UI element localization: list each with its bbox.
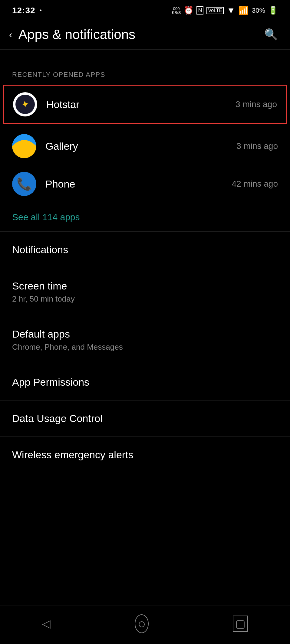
app-item-gallery[interactable]: Gallery 3 mins ago	[0, 127, 290, 165]
screen-time-subtitle: 2 hr, 50 min today	[12, 294, 278, 304]
app-name-phone: Phone	[45, 178, 75, 190]
app-name-gallery: Gallery	[45, 140, 78, 152]
hotstar-icon: ✦	[13, 92, 37, 116]
nfc-icon: N	[196, 6, 203, 15]
app-name-hotstar: Hotstar	[46, 99, 80, 110]
menu-item-screen-time[interactable]: Screen time 2 hr, 50 min today	[0, 268, 290, 316]
see-all-apps-link[interactable]: See all 114 apps	[0, 203, 290, 231]
wifi-icon: ▼	[227, 6, 235, 15]
battery-icon: 🔋	[268, 6, 278, 15]
app-item-phone[interactable]: 📞 Phone 42 mins ago	[0, 165, 290, 203]
menu-item-wireless-alerts[interactable]: Wireless emergency alerts	[0, 437, 290, 473]
app-permissions-title: App Permissions	[12, 376, 278, 388]
volte-icon: VoLTE	[206, 7, 224, 14]
header: ‹ Apps & notifications 🔍	[0, 20, 290, 50]
screen-time-title: Screen time	[12, 280, 278, 292]
app-time-hotstar: 3 mins ago	[236, 100, 277, 109]
battery-percentage: 30%	[252, 7, 265, 15]
status-bar: 12:32 • 000 KB/S ⏰ N VoLTE ▼ 📶 30% 🔋	[0, 0, 290, 20]
recently-opened-label: RECENTLY OPENED APPS	[0, 59, 290, 85]
app-item-hotstar[interactable]: ✦ Hotstar 3 mins ago	[3, 85, 287, 124]
phone-icon: 📞	[12, 172, 36, 196]
wireless-alerts-title: Wireless emergency alerts	[12, 449, 278, 461]
status-icons: 000 KB/S ⏰ N VoLTE ▼ 📶 30% 🔋	[172, 5, 278, 15]
default-apps-subtitle: Chrome, Phone, and Messages	[12, 342, 278, 352]
gallery-icon	[12, 134, 36, 158]
menu-item-notifications[interactable]: Notifications	[0, 232, 290, 268]
data-usage-title: Data Usage Control	[12, 413, 278, 424]
back-button[interactable]: ‹	[9, 29, 12, 40]
status-time: 12:32	[12, 6, 35, 15]
page-title: Apps & notifications	[18, 27, 135, 42]
signal-icon: 📶	[238, 5, 249, 15]
home-nav-button[interactable]: ○	[135, 614, 149, 633]
status-dot: •	[40, 7, 42, 14]
menu-item-data-usage[interactable]: Data Usage Control	[0, 400, 290, 436]
back-nav-button[interactable]: ◁	[42, 617, 51, 630]
default-apps-title: Default apps	[12, 328, 278, 340]
recent-nav-button[interactable]: ▢	[233, 616, 248, 632]
search-button[interactable]: 🔍	[264, 28, 278, 41]
alarm-icon: ⏰	[184, 6, 193, 15]
menu-item-app-permissions[interactable]: App Permissions	[0, 364, 290, 400]
app-time-gallery: 3 mins ago	[236, 141, 278, 151]
data-speed-icon: 000 KB/S	[172, 7, 181, 15]
menu-item-default-apps[interactable]: Default apps Chrome, Phone, and Messages	[0, 316, 290, 364]
notifications-title: Notifications	[12, 244, 278, 256]
bottom-navigation: ◁ ○ ▢	[0, 606, 290, 644]
app-time-phone: 42 mins ago	[232, 179, 278, 189]
